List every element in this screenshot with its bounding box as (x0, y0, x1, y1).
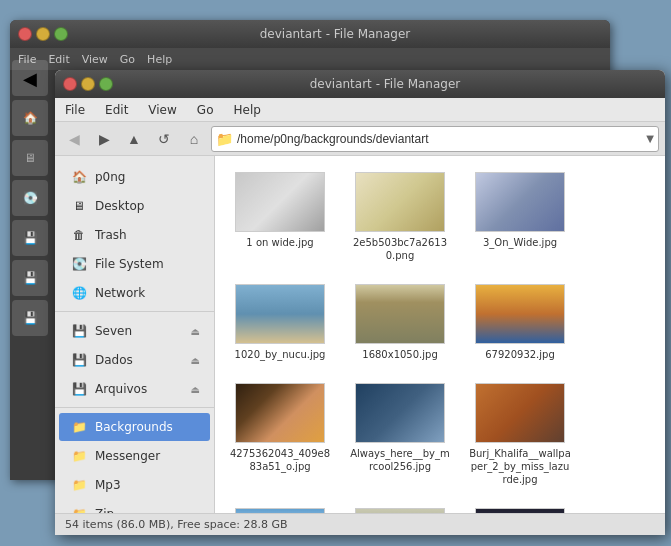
back-button[interactable]: ◀ (61, 126, 87, 152)
left-icon-1[interactable]: ◀ (12, 60, 48, 96)
sidebar: 🏠 p0ng 🖥 Desktop 🗑 Trash 💽 File System 🌐… (55, 156, 215, 513)
toolbar: ◀ ▶ ▲ ↺ ⌂ 📁 ▼ (55, 122, 665, 156)
list-item[interactable]: 4275362043_409e883a51_o.jpg (225, 377, 335, 492)
reload-button[interactable]: ↺ (151, 126, 177, 152)
list-item[interactable]: 1020_by_nucu.jpg (225, 278, 335, 367)
file-grid: 1 on wide.jpg 2e5b503bc7a26130.png 3_On_… (225, 166, 655, 513)
drive-dados-icon: 💾 (69, 350, 89, 370)
back-menu-go[interactable]: Go (120, 53, 135, 66)
sidebar-item-messenger[interactable]: 📁 Messenger (59, 442, 210, 470)
address-dropdown-btn[interactable]: ▼ (646, 133, 654, 144)
list-item[interactable] (345, 502, 455, 513)
sidebar-item-p0ng[interactable]: 🏠 p0ng (59, 163, 210, 191)
sidebar-item-trash[interactable]: 🗑 Trash (59, 221, 210, 249)
status-text: 54 items (86.0 MB), Free space: 28.8 GB (65, 518, 288, 531)
sidebar-item-filesystem[interactable]: 💽 File System (59, 250, 210, 278)
sidebar-label-p0ng: p0ng (95, 170, 200, 184)
sidebar-item-backgrounds[interactable]: 📁 Backgrounds (59, 413, 210, 441)
drive-arquivos-icon: 💾 (69, 379, 89, 399)
left-icon-5: 💾 (12, 220, 48, 256)
sidebar-label-desktop: Desktop (95, 199, 200, 213)
back-menu-help[interactable]: Help (147, 53, 172, 66)
file-view: 1 on wide.jpg 2e5b503bc7a26130.png 3_On_… (215, 156, 665, 513)
back-left-panel: ◀ 🏠 🖥 💽 💾 💾 💾 (12, 60, 48, 336)
max-btn[interactable] (99, 77, 113, 91)
main-window: deviantart - File Manager File Edit View… (55, 70, 665, 535)
eject-seven-btn[interactable]: ⏏ (191, 326, 200, 337)
list-item[interactable]: 3_On_Wide.jpg (465, 166, 575, 268)
eject-arquivos-btn[interactable]: ⏏ (191, 384, 200, 395)
list-item[interactable]: 67920932.jpg (465, 278, 575, 367)
left-icon-2: 🏠 (12, 100, 48, 136)
left-icon-4: 💽 (12, 180, 48, 216)
drives-section: 💾 Seven ⏏ 💾 Dados ⏏ 💾 Arquivos ⏏ (55, 311, 214, 403)
window-title: deviantart - File Manager (113, 77, 657, 91)
file-thumbnail (475, 383, 565, 443)
menubar: File Edit View Go Help (55, 98, 665, 122)
list-item[interactable] (465, 502, 575, 513)
menu-help[interactable]: Help (229, 101, 264, 119)
sidebar-item-arquivos[interactable]: 💾 Arquivos ⏏ (59, 375, 210, 403)
folder-icon: 📁 (216, 131, 233, 147)
list-item[interactable]: 1680x1050.jpg (345, 278, 455, 367)
eject-dados-btn[interactable]: ⏏ (191, 355, 200, 366)
back-title: deviantart - File Manager (68, 27, 602, 41)
back-close-btn[interactable] (18, 27, 32, 41)
file-name: 1 on wide.jpg (246, 236, 313, 249)
content-area: 🏠 p0ng 🖥 Desktop 🗑 Trash 💽 File System 🌐… (55, 156, 665, 513)
back-menu-view[interactable]: View (82, 53, 108, 66)
sidebar-item-desktop[interactable]: 🖥 Desktop (59, 192, 210, 220)
network-icon: 🌐 (69, 283, 89, 303)
file-thumbnail (355, 284, 445, 344)
menu-view[interactable]: View (144, 101, 180, 119)
back-wm-buttons (18, 27, 68, 41)
sidebar-item-network[interactable]: 🌐 Network (59, 279, 210, 307)
folder-messenger-icon: 📁 (69, 446, 89, 466)
file-thumbnail (235, 172, 325, 232)
sidebar-label-arquivos: Arquivos (95, 382, 185, 396)
sidebar-label-filesystem: File System (95, 257, 200, 271)
list-item[interactable]: 2e5b503bc7a26130.png (345, 166, 455, 268)
sidebar-item-mp3[interactable]: 📁 Mp3 (59, 471, 210, 499)
file-name: 2e5b503bc7a26130.png (349, 236, 451, 262)
sidebar-item-dados[interactable]: 💾 Dados ⏏ (59, 346, 210, 374)
min-btn[interactable] (81, 77, 95, 91)
file-thumbnail (235, 284, 325, 344)
home-button[interactable]: ⌂ (181, 126, 207, 152)
sidebar-label-backgrounds: Backgrounds (95, 420, 200, 434)
file-name: 4275362043_409e883a51_o.jpg (229, 447, 331, 473)
back-min-btn[interactable] (36, 27, 50, 41)
sidebar-label-trash: Trash (95, 228, 200, 242)
list-item[interactable]: 1 on wide.jpg (225, 166, 335, 268)
filesystem-icon: 💽 (69, 254, 89, 274)
list-item[interactable]: Always_here__by_mrcool256.jpg (345, 377, 455, 492)
folder-mp3-icon: 📁 (69, 475, 89, 495)
sidebar-item-seven[interactable]: 💾 Seven ⏏ (59, 317, 210, 345)
desktop-icon: 🖥 (69, 196, 89, 216)
list-item[interactable]: Burj_Khalifa__wallpaper_2_by_miss_lazurd… (465, 377, 575, 492)
folder-backgrounds-icon: 📁 (69, 417, 89, 437)
file-name: Always_here__by_mrcool256.jpg (349, 447, 451, 473)
list-item[interactable] (225, 502, 335, 513)
back-max-btn[interactable] (54, 27, 68, 41)
menu-edit[interactable]: Edit (101, 101, 132, 119)
address-bar: 📁 ▼ (211, 126, 659, 152)
file-thumbnail (475, 284, 565, 344)
menu-go[interactable]: Go (193, 101, 218, 119)
sidebar-label-mp3: Mp3 (95, 478, 200, 492)
home-icon: 🏠 (69, 167, 89, 187)
menu-file[interactable]: File (61, 101, 89, 119)
close-btn[interactable] (63, 77, 77, 91)
address-input[interactable] (237, 132, 642, 146)
bookmarks-section: 📁 Backgrounds 📁 Messenger 📁 Mp3 📁 Zip (55, 407, 214, 513)
sidebar-item-zip[interactable]: 📁 Zip (59, 500, 210, 513)
file-thumbnail (475, 172, 565, 232)
file-name: Burj_Khalifa__wallpaper_2_by_miss_lazurd… (469, 447, 571, 486)
back-menu-edit[interactable]: Edit (48, 53, 69, 66)
folder-zip-icon: 📁 (69, 504, 89, 513)
back-titlebar: deviantart - File Manager (10, 20, 610, 48)
forward-button[interactable]: ▶ (91, 126, 117, 152)
sidebar-label-messenger: Messenger (95, 449, 200, 463)
up-button[interactable]: ▲ (121, 126, 147, 152)
file-name: 67920932.jpg (485, 348, 555, 361)
